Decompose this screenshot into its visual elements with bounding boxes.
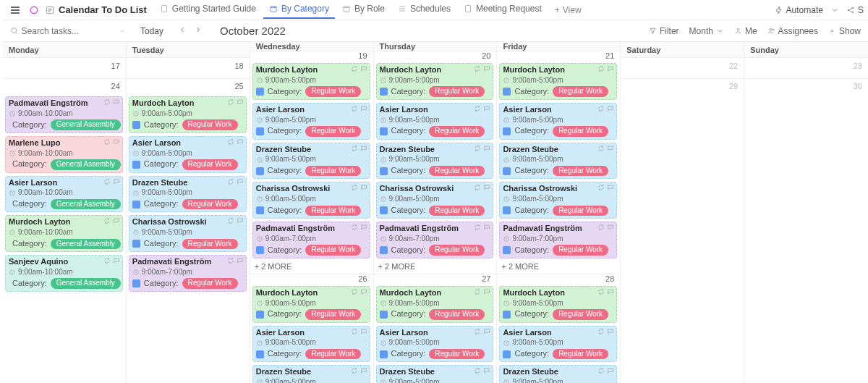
category-tag[interactable]: Regular Work [553, 349, 608, 360]
date-cell[interactable]: 29 [621, 78, 744, 94]
automate-dropdown[interactable] [830, 6, 839, 14]
calendar-event[interactable]: Marlene Lupo 9:00am-10:00am Category: Ge… [5, 136, 123, 173]
calendar-event[interactable]: Drazen Steube 9:00am-5:00pm Category: Re… [376, 143, 494, 180]
prev-button[interactable] [178, 25, 187, 36]
calendar-event[interactable]: Padmavati Engström 9:00am-7:00pm Categor… [376, 222, 494, 258]
category-tag[interactable]: Regular Work [553, 166, 608, 177]
filter-button[interactable]: Filter [649, 26, 679, 36]
more-events-button[interactable]: + 2 MORE [374, 261, 497, 274]
category-tag[interactable]: General Assembly [51, 278, 121, 289]
category-tag[interactable]: Regular Work [305, 166, 361, 177]
category-tag[interactable]: General Assembly [51, 199, 121, 210]
date-cell[interactable]: 20 [374, 51, 497, 61]
calendar-event[interactable]: Padmavati Engström 9:00am-7:00pm Categor… [499, 222, 617, 258]
calendar-event[interactable]: Asier Larson 9:00am-10:00am Category: Ge… [5, 176, 123, 213]
category-tag[interactable]: Regular Work [429, 86, 485, 97]
tab-meeting-request[interactable]: Meeting Request [458, 1, 548, 19]
date-cell[interactable]: 27 [374, 274, 497, 284]
calendar-event[interactable]: Padmavati Engström 9:00am-7:00pm Categor… [129, 255, 247, 292]
calendar-event[interactable]: Murdoch Layton 9:00am-5:00pm Category: R… [499, 63, 617, 100]
category-tag[interactable]: Regular Work [305, 309, 361, 320]
date-cell[interactable]: 25 [127, 78, 250, 94]
calendar-event[interactable]: Drazen Steube 9:00am-5:00pm Category: Re… [376, 365, 494, 383]
category-tag[interactable]: Regular Work [429, 126, 485, 137]
category-tag[interactable]: Regular Work [182, 199, 238, 210]
calendar-event[interactable]: Drazen Steube 9:00am-5:00pm Category: Re… [252, 143, 370, 180]
show-button[interactable]: Show [828, 26, 861, 36]
category-tag[interactable]: Regular Work [182, 119, 238, 130]
hamburger-menu[interactable] [7, 2, 23, 18]
category-tag[interactable]: Regular Work [553, 206, 608, 216]
category-tag[interactable]: Regular Work [429, 245, 485, 256]
automate-button[interactable]: Automate [775, 5, 823, 15]
calendar-event[interactable]: Charissa Ostrowski 9:00am-5:00pm Categor… [376, 182, 494, 219]
category-tag[interactable]: General Assembly [51, 119, 121, 130]
calendar-event[interactable]: Murdoch Layton 9:00am-5:00pm Category: R… [376, 286, 494, 323]
category-tag[interactable]: Regular Work [182, 239, 238, 250]
category-tag[interactable]: Regular Work [305, 206, 361, 216]
share-button[interactable]: S [846, 5, 864, 15]
calendar-event[interactable]: Murdoch Layton 9:00am-5:00pm Category: R… [499, 286, 617, 323]
category-tag[interactable]: Regular Work [305, 126, 361, 137]
category-tag[interactable]: Regular Work [553, 309, 608, 320]
calendar-event[interactable]: Murdoch Layton 9:00am-5:00pm Category: R… [252, 63, 370, 100]
calendar-event[interactable]: Asier Larson 9:00am-5:00pm Category: Reg… [376, 103, 494, 140]
calendar-event[interactable]: Murdoch Layton 9:00am-5:00pm Category: R… [252, 286, 370, 323]
category-tag[interactable]: Regular Work [429, 309, 485, 320]
tab-by-role[interactable]: By Role [336, 1, 391, 19]
calendar-event[interactable]: Padmavati Engström 9:00am-7:00pm Categor… [252, 222, 370, 258]
list-title-wrap[interactable]: Calendar To Do List [45, 4, 147, 15]
add-view-button[interactable]: + View [549, 4, 587, 17]
timescale-select[interactable]: Month [689, 26, 724, 36]
date-cell[interactable]: 24 [3, 78, 126, 94]
assignees-button[interactable]: Assignees [767, 26, 818, 36]
calendar-event[interactable]: Drazen Steube 9:00am-5:00pm Category: Re… [129, 176, 247, 213]
date-cell[interactable]: 21 [497, 51, 620, 61]
me-toggle[interactable]: Me [734, 26, 757, 36]
category-tag[interactable]: Regular Work [429, 166, 485, 177]
calendar-event[interactable]: Asier Larson 9:00am-5:00pm Category: Reg… [376, 326, 494, 363]
category-tag[interactable]: Regular Work [553, 86, 608, 97]
calendar-event[interactable]: Murdoch Layton 9:00am-5:00pm Category: R… [129, 96, 247, 133]
date-cell[interactable]: 26 [250, 274, 373, 284]
calendar-event[interactable]: Asier Larson 9:00am-5:00pm Category: Reg… [129, 136, 247, 173]
today-button[interactable]: Today [140, 26, 163, 36]
category-tag[interactable]: Regular Work [429, 206, 485, 216]
category-tag[interactable]: General Assembly [51, 239, 121, 250]
tab-getting-started[interactable]: Getting Started Guide [154, 1, 262, 19]
category-tag[interactable]: Regular Work [182, 278, 238, 289]
next-button[interactable] [194, 25, 203, 36]
tab-schedules[interactable]: Schedules [392, 1, 456, 19]
category-tag[interactable]: Regular Work [305, 86, 361, 97]
category-tag[interactable]: General Assembly [51, 159, 121, 170]
date-cell[interactable]: 23 [744, 58, 868, 74]
category-tag[interactable]: Regular Work [305, 349, 361, 360]
search-container[interactable] [10, 26, 111, 36]
category-tag[interactable]: Regular Work [429, 349, 485, 360]
date-cell[interactable]: 17 [3, 58, 126, 74]
more-events-button[interactable]: + 2 MORE [497, 261, 620, 274]
calendar-event[interactable]: Murdoch Layton 9:00am-10:00am Category: … [5, 215, 123, 252]
calendar-event[interactable]: Drazen Steube 9:00am-5:00pm Category: Re… [252, 365, 370, 383]
category-tag[interactable]: Regular Work [182, 159, 238, 170]
date-cell[interactable]: 18 [127, 58, 250, 74]
date-cell[interactable]: 30 [744, 78, 868, 94]
calendar-event[interactable]: Sanjeev Aquino 9:00am-10:00am Category: … [5, 255, 123, 292]
date-cell[interactable]: 28 [497, 274, 620, 284]
category-tag[interactable]: Regular Work [305, 245, 361, 256]
date-cell[interactable]: 19 [250, 51, 373, 61]
calendar-event[interactable]: Charissa Ostrowski 9:00am-5:00pm Categor… [129, 215, 247, 252]
more-events-button[interactable]: + 2 MORE [250, 261, 373, 274]
tab-by-category[interactable]: By Category [263, 1, 335, 19]
calendar-event[interactable]: Murdoch Layton 9:00am-5:00pm Category: R… [376, 63, 494, 100]
calendar-event[interactable]: Drazen Steube 9:00am-5:00pm Category: Re… [499, 143, 617, 180]
chevron-down-icon[interactable] [119, 28, 126, 35]
category-tag[interactable]: Regular Work [553, 126, 608, 137]
date-cell[interactable]: 22 [621, 58, 744, 74]
search-input[interactable] [22, 26, 111, 36]
calendar-event[interactable]: Asier Larson 9:00am-5:00pm Category: Reg… [252, 103, 370, 140]
calendar-event[interactable]: Charissa Ostrowski 9:00am-5:00pm Categor… [499, 182, 617, 219]
calendar-event[interactable]: Asier Larson 9:00am-5:00pm Category: Reg… [252, 326, 370, 363]
calendar-event[interactable]: Asier Larson 9:00am-5:00pm Category: Reg… [499, 103, 617, 140]
calendar-event[interactable]: Asier Larson 9:00am-5:00pm Category: Reg… [499, 326, 617, 363]
